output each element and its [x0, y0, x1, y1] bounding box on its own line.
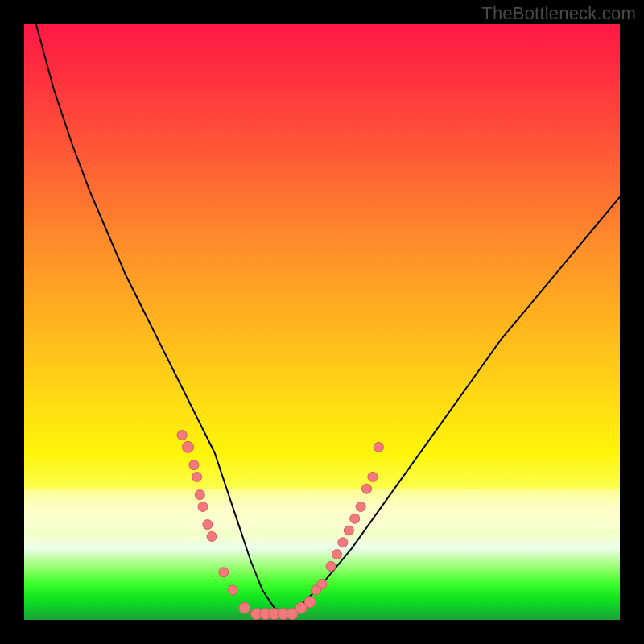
plot-background: [24, 24, 620, 620]
chart-stage: TheBottleneck.com: [0, 0, 644, 644]
watermark-text: TheBottleneck.com: [481, 3, 636, 24]
